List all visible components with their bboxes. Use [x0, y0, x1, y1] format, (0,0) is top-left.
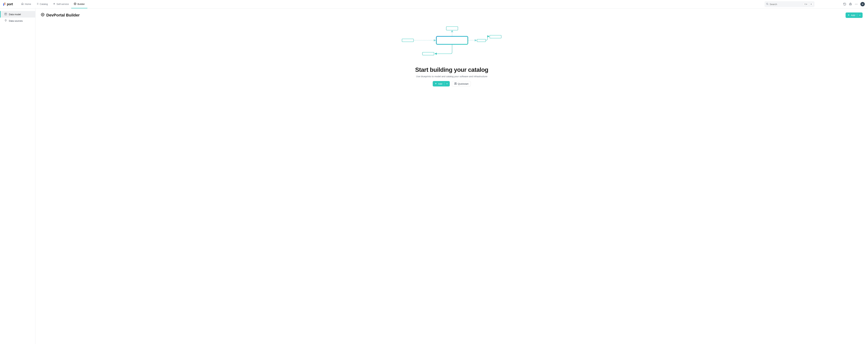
nav-builder-label: Builder — [78, 3, 85, 5]
page-title-text: DevPortal Builder — [46, 13, 80, 18]
kbd-ctrl: Ctrl — [803, 3, 808, 6]
topbar-actions: U — [843, 2, 865, 6]
svg-rect-2 — [849, 3, 851, 5]
topbar: port Home Catalog Self-service Builder — [0, 0, 868, 8]
page-title: DevPortal Builder — [41, 13, 80, 18]
svg-point-9 — [42, 14, 43, 15]
svg-point-7 — [857, 4, 857, 4]
more-icon[interactable] — [855, 3, 858, 6]
empty-subtext: Use blueprints to model and catalog your… — [416, 75, 487, 78]
kbd-k: K — [810, 3, 813, 6]
svg-point-1 — [766, 3, 768, 4]
plus-icon — [435, 82, 437, 85]
add-button-top[interactable]: Add — [845, 12, 863, 18]
bolt-icon — [53, 3, 56, 6]
add-button-label: Add — [438, 83, 442, 85]
empty-state: Start building your catalog Use blueprin… — [41, 25, 863, 87]
empty-heading: Start building your catalog — [415, 66, 489, 73]
svg-rect-18 — [423, 52, 434, 55]
home-icon — [21, 3, 24, 6]
history-icon[interactable] — [843, 3, 846, 6]
svg-rect-12 — [436, 36, 468, 44]
primary-nav: Home Catalog Self-service Builder — [19, 0, 87, 8]
quickstart-label: Quickstart — [458, 83, 469, 85]
search-input[interactable] — [770, 3, 802, 6]
add-button-label: Add — [851, 14, 855, 17]
nav-self-service-label: Self-service — [57, 3, 69, 5]
sidebar-item-data-sources[interactable]: Data sources — [0, 18, 35, 24]
nav-builder[interactable]: Builder — [71, 0, 87, 8]
nav-catalog-label: Catalog — [40, 3, 48, 5]
list-icon — [36, 3, 39, 6]
page-header: DevPortal Builder Add — [41, 12, 863, 18]
svg-point-5 — [855, 4, 856, 4]
nav-catalog[interactable]: Catalog — [34, 0, 51, 8]
sidebar-item-label: Data sources — [9, 20, 23, 22]
brand-logo[interactable]: port — [3, 2, 13, 6]
chevron-down-icon[interactable] — [444, 83, 450, 85]
svg-rect-15 — [477, 39, 486, 42]
svg-point-3 — [850, 4, 850, 4]
brand-name: port — [7, 2, 13, 6]
search-icon — [766, 3, 769, 6]
plug-icon — [4, 19, 7, 23]
svg-point-0 — [75, 3, 75, 4]
copilot-icon[interactable] — [849, 3, 852, 6]
add-button-center[interactable]: Add — [433, 81, 450, 87]
brand-mark-icon — [3, 3, 6, 6]
svg-point-4 — [850, 4, 851, 4]
svg-rect-8 — [5, 13, 7, 15]
sidebar: Data model Data sources — [0, 8, 35, 344]
svg-rect-16 — [490, 35, 501, 38]
nav-home-label: Home — [25, 3, 31, 5]
avatar[interactable]: U — [860, 2, 865, 6]
main-content: DevPortal Builder Add — [35, 8, 868, 344]
layout-icon — [4, 13, 7, 16]
sidebar-item-label: Data model — [9, 13, 21, 16]
gear-icon — [74, 3, 76, 6]
nav-self-service[interactable]: Self-service — [51, 0, 71, 8]
gear-icon — [41, 13, 44, 18]
chevron-down-icon[interactable] — [857, 14, 863, 17]
book-icon — [454, 82, 457, 85]
plus-icon — [847, 14, 850, 17]
svg-rect-10 — [446, 27, 458, 30]
nav-home[interactable]: Home — [19, 0, 34, 8]
svg-point-6 — [856, 4, 857, 4]
svg-rect-13 — [402, 39, 413, 42]
catalog-diagram-icon — [401, 25, 502, 61]
quickstart-button[interactable]: Quickstart — [452, 81, 471, 87]
sidebar-item-data-model[interactable]: Data model — [0, 11, 35, 18]
global-search[interactable]: Ctrl K — [765, 1, 814, 7]
